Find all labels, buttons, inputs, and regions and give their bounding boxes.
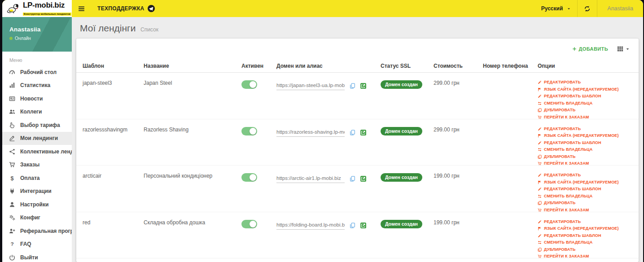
option-edit-template[interactable]: РЕДАКТИРОВАТЬ ШАБЛОН — [538, 232, 634, 240]
open-site-icon[interactable] — [360, 130, 366, 135]
menu-section-label: Меню — [2, 52, 72, 66]
copy-domain-icon[interactable] — [350, 130, 355, 137]
ssl-status-badge: Домен создан — [381, 127, 422, 135]
table-row: arcticair Персональний кондиціонер https… — [76, 166, 639, 212]
column-header: Опции — [538, 63, 639, 69]
option-edit-template[interactable]: РЕДАКТИРОВАТЬ ШАБЛОН — [538, 186, 634, 193]
cart-icon — [538, 254, 542, 258]
sidebar-item-orders[interactable]: Заказы — [2, 158, 72, 172]
copy-domain-icon[interactable] — [350, 176, 355, 183]
card-toolbar: ДОБАВИТЬ — [76, 39, 639, 59]
option-go-to-orders[interactable]: ПЕРЕЙТИ К ЗАКАЗАМ — [538, 253, 634, 260]
add-button[interactable]: ДОБАВИТЬ — [572, 46, 609, 52]
open-site-icon[interactable] — [360, 83, 366, 89]
cell-landing-name: Razorless Shaving — [144, 127, 241, 133]
option-go-to-orders[interactable]: ПЕРЕЙТИ К ЗАКАЗАМ — [538, 207, 634, 214]
cell-options: РЕДАКТИРОВАТЬ ЯЗЫК САЙТА (НЕРЕДАКТИРУЕМО… — [538, 126, 639, 167]
open-site-icon[interactable] — [360, 176, 366, 182]
sidebar-item-logout[interactable]: Выйти — [2, 251, 72, 262]
option-site-language[interactable]: ЯЗЫК САЙТА (НЕРЕДАКТИРУЕМОЕ) — [538, 179, 634, 186]
copy-domain-icon[interactable] — [350, 83, 355, 90]
colleagues-icon — [9, 109, 16, 115]
open-site-icon[interactable] — [360, 223, 366, 228]
option-edit[interactable]: РЕДАКТИРОВАТЬ — [538, 218, 634, 226]
support-button[interactable]: ТЕХПОДДЕРЖКА — [91, 0, 161, 17]
language-icon — [538, 134, 542, 138]
sidebar-item-my-landings[interactable]: Мои лендинги — [2, 132, 72, 145]
option-go-to-orders[interactable]: ПЕРЕЙТИ К ЗАКАЗАМ — [538, 114, 634, 121]
option-duplicate[interactable]: ДУБЛИРОВАТЬ — [538, 200, 634, 207]
cell-domain: https://arctic-air1.lp-mobi.biz — [276, 173, 381, 183]
support-label: ТЕХПОДДЕРЖКА — [97, 5, 145, 12]
domain-input[interactable]: https://japan-steel3-ua.lp-mobi.biz — [276, 83, 345, 90]
option-edit-template[interactable]: РЕДАКТИРОВАТЬ ШАБЛОН — [538, 93, 634, 100]
option-change-owner[interactable]: СМЕНИТЬ ВЛАДЕЛЬЦА — [538, 239, 634, 246]
topbar: LP-mobi.biz Конструктор мобильных лендин… — [2, 0, 643, 17]
sidebar-item-colleagues[interactable]: Коллеги — [2, 105, 72, 119]
cell-ssl-status: Домен создан — [381, 127, 434, 135]
exchange-icon — [538, 240, 542, 245]
sidebar-item-statistics[interactable]: Статистика — [2, 79, 72, 92]
active-toggle[interactable] — [241, 173, 257, 182]
option-site-language[interactable]: ЯЗЫК САЙТА (НЕРЕДАКТИРУЕМОЕ) — [538, 86, 634, 93]
cell-price: 199.00 грн — [434, 219, 483, 226]
edit-icon — [538, 220, 542, 224]
domain-input[interactable]: https://razorless-shaving.lp-mobi.biz — [276, 129, 345, 137]
menu-toggle-button[interactable] — [72, 0, 91, 17]
table-body: japan-steel3 Japan Steel https://japan-s… — [76, 73, 639, 262]
landings-card: ДОБАВИТЬ — [76, 39, 639, 262]
active-toggle[interactable] — [241, 80, 257, 89]
sidebar-item-referral[interactable]: Реферальная программа — [2, 224, 72, 238]
plus-icon — [572, 47, 577, 51]
sidebar-item-news[interactable]: Новости — [2, 92, 72, 105]
sidebar-item-collective-landings[interactable]: Коллективные лендинги — [2, 145, 72, 158]
view-mode-dropdown[interactable] — [617, 46, 630, 52]
domain-input[interactable]: https://arctic-air1.lp-mobi.biz — [276, 175, 345, 183]
option-site-language[interactable]: ЯЗЫК САЙТА (НЕРЕДАКТИРУЕМОЕ) — [538, 132, 634, 140]
domain-input[interactable]: https://folding-board.lp-mobi.biz — [276, 222, 345, 230]
logo[interactable]: LP-mobi.biz Конструктор мобильных лендин… — [2, 0, 72, 17]
dog-logo-icon — [7, 3, 20, 14]
option-edit-template[interactable]: РЕДАКТИРОВАТЬ ШАБЛОН — [538, 140, 634, 147]
sidebar: Anastasiia Онлайн Меню Рабочий стол Стат… — [2, 17, 72, 262]
topbar-spacer — [161, 0, 535, 17]
edit-icon — [538, 173, 542, 177]
sidebar-item-settings[interactable]: Настройки — [2, 198, 72, 211]
option-change-owner[interactable]: СМЕНИТЬ ВЛАДЕЛЬЦА — [538, 146, 634, 153]
cogs-icon — [9, 214, 16, 221]
option-duplicate[interactable]: ДУБЛИРОВАТЬ — [538, 246, 634, 253]
active-toggle[interactable] — [241, 220, 257, 228]
option-edit[interactable]: РЕДАКТИРОВАТЬ — [538, 172, 634, 179]
refresh-icon — [584, 5, 591, 12]
copy-domain-icon[interactable] — [350, 223, 355, 230]
toggle-knob — [250, 128, 256, 135]
page-subtitle: Список — [140, 26, 158, 33]
brand-text: LP-mobi.biz Конструктор мобильных лендин… — [23, 1, 71, 16]
sidebar-item-config[interactable]: Конфиг — [2, 211, 72, 225]
sidebar-menu: Рабочий стол Статистика Новости Коллеги … — [2, 66, 72, 262]
sidebar-item-integrations[interactable]: Интеграции — [2, 185, 72, 198]
option-change-owner[interactable]: СМЕНИТЬ ВЛАДЕЛЬЦА — [538, 100, 634, 107]
cart-icon — [538, 115, 542, 119]
sidebar-item-faq[interactable]: ? FAQ — [2, 238, 72, 251]
dollar-icon: $ — [9, 175, 16, 181]
option-site-language[interactable]: ЯЗЫК САЙТА (НЕРЕДАКТИРУЕМОЕ) — [538, 225, 634, 232]
stats-icon — [9, 82, 16, 88]
sidebar-item-tariff[interactable]: Выбор тарифа — [2, 118, 72, 132]
sidebar-item-dashboard[interactable]: Рабочий стол — [2, 66, 72, 79]
user-menu[interactable]: Anastasiia — [597, 0, 643, 17]
option-edit[interactable]: РЕДАКТИРОВАТЬ — [538, 126, 634, 133]
refresh-button[interactable] — [578, 0, 597, 17]
language-selector[interactable]: Русский — [535, 0, 578, 17]
cell-domain: https://folding-board.lp-mobi.biz — [276, 219, 381, 230]
option-edit[interactable]: РЕДАКТИРОВАТЬ — [538, 79, 634, 86]
option-duplicate[interactable]: ДУБЛИРОВАТЬ — [538, 107, 634, 114]
option-duplicate[interactable]: ДУБЛИРОВАТЬ — [538, 153, 634, 161]
option-change-owner[interactable]: СМЕНИТЬ ВЛАДЕЛЬЦА — [538, 193, 634, 200]
edit-icon — [538, 234, 542, 238]
option-go-to-orders[interactable]: ПЕРЕЙТИ К ЗАКАЗАМ — [538, 160, 634, 167]
hand-pointer-icon — [9, 122, 16, 128]
active-toggle[interactable] — [241, 127, 257, 135]
sidebar-item-payment[interactable]: $ Оплата — [2, 171, 72, 185]
cell-template-name: razorlessshavingm — [83, 127, 144, 133]
